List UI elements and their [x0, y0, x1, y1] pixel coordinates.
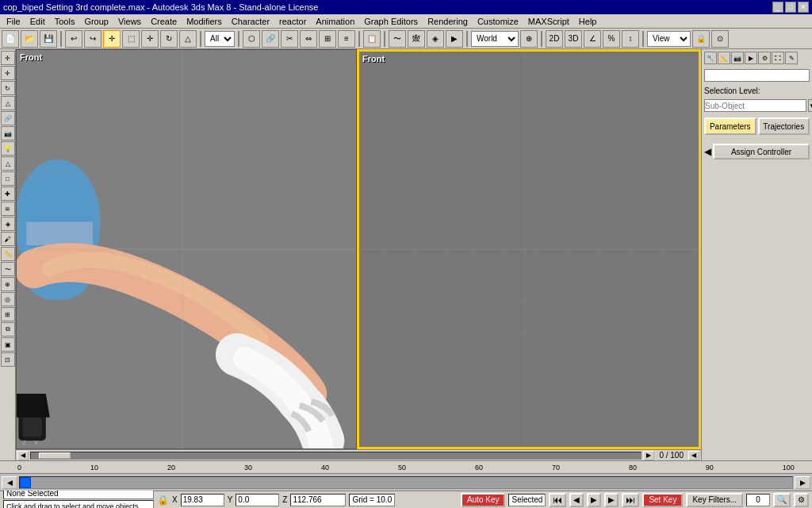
- timeline-scrubber-area[interactable]: [19, 476, 793, 489]
- scale-btn[interactable]: △: [179, 30, 197, 48]
- menu-reactor[interactable]: reactor: [274, 15, 311, 28]
- scroll-left-btn[interactable]: ◀: [17, 451, 29, 460]
- new-btn[interactable]: 📄: [2, 30, 19, 48]
- sub-object-dropdown-btn[interactable]: ▼: [808, 99, 812, 112]
- scroll-left2-btn[interactable]: ◀: [688, 451, 699, 460]
- undo-btn[interactable]: ↩: [65, 30, 82, 48]
- snap-2d-btn[interactable]: 2D: [546, 30, 563, 48]
- scroll-thumb[interactable]: [39, 452, 71, 459]
- tool-material[interactable]: ◈: [1, 217, 15, 231]
- menu-views[interactable]: Views: [113, 15, 146, 28]
- minimize-btn[interactable]: _: [772, 2, 783, 13]
- bind-btn[interactable]: 🔗: [262, 30, 279, 48]
- z-coord-field[interactable]: 112.766: [290, 494, 346, 506]
- search-anim-btn[interactable]: 🔍: [773, 493, 791, 507]
- menu-edit[interactable]: Edit: [25, 15, 50, 28]
- tool-camera[interactable]: 📷: [1, 126, 15, 140]
- tool-shape[interactable]: △: [1, 156, 15, 171]
- menu-graph-editors[interactable]: Graph Editors: [359, 15, 423, 28]
- select-obj-btn[interactable]: ⬡: [243, 30, 260, 48]
- viewport-right[interactable]: Front: [357, 49, 701, 449]
- scroll-track[interactable]: [30, 452, 642, 460]
- menu-file[interactable]: File: [2, 15, 25, 28]
- tool-space-warp[interactable]: ≋: [1, 202, 15, 216]
- assign-controller-btn[interactable]: Assign Controller: [713, 144, 810, 160]
- array-btn[interactable]: ⊞: [319, 30, 336, 48]
- menu-modifiers[interactable]: Modifiers: [182, 15, 227, 28]
- tool-extra3[interactable]: ⊡: [1, 352, 15, 367]
- y-coord-field[interactable]: 0.0: [236, 494, 279, 506]
- tool-rotate[interactable]: ↻: [1, 81, 15, 95]
- spinner-snap-btn[interactable]: ↕: [622, 30, 639, 48]
- unlink-btn[interactable]: ✂: [281, 30, 298, 48]
- tool-extra1[interactable]: ⧉: [1, 322, 15, 337]
- panel-icon-4[interactable]: ▶: [745, 52, 757, 64]
- tool-geom[interactable]: □: [1, 171, 15, 186]
- anim-options-btn[interactable]: ⚙: [794, 493, 809, 507]
- filter-dropdown[interactable]: All: [205, 31, 235, 47]
- tool-motion-path[interactable]: 〜: [1, 262, 15, 276]
- tool-extra2[interactable]: ▣: [1, 337, 15, 352]
- sub-object-input[interactable]: [704, 99, 806, 112]
- angle-snap-btn[interactable]: ∠: [584, 30, 601, 48]
- open-btn[interactable]: 📂: [21, 30, 38, 48]
- playhead[interactable]: [20, 477, 31, 488]
- select-region-btn[interactable]: ⬚: [122, 30, 140, 48]
- select-btn[interactable]: ✛: [103, 30, 121, 48]
- play-btn[interactable]: ▶: [587, 493, 601, 507]
- mirror-btn[interactable]: ⇔: [300, 30, 317, 48]
- timeline-scroll-left[interactable]: ◀: [2, 476, 17, 489]
- schematic-btn[interactable]: 🕸: [408, 30, 425, 48]
- tool-light[interactable]: 💡: [1, 141, 15, 156]
- tool-measure[interactable]: 📏: [1, 247, 15, 261]
- panel-icon-1[interactable]: 🔧: [704, 52, 717, 64]
- maximize-btn[interactable]: □: [785, 2, 796, 13]
- coord-center-btn[interactable]: ⊕: [520, 30, 538, 48]
- prev-frame-btn[interactable]: ◀: [569, 493, 584, 507]
- menu-help[interactable]: Help: [574, 15, 602, 28]
- tool-link[interactable]: 🔗: [1, 111, 15, 125]
- save-btn[interactable]: 💾: [40, 30, 57, 48]
- menu-character[interactable]: Character: [227, 15, 274, 28]
- trajectories-btn[interactable]: Trajectories: [758, 117, 810, 135]
- auto-key-btn[interactable]: Auto Key: [461, 493, 506, 507]
- tool-select[interactable]: ✛: [1, 51, 15, 65]
- redo-btn[interactable]: ↪: [84, 30, 102, 48]
- panel-icon-3[interactable]: 📷: [731, 52, 744, 64]
- layers-btn[interactable]: 📋: [363, 30, 381, 48]
- tool-wire[interactable]: ⊞: [1, 307, 15, 321]
- prev-key-btn[interactable]: ⏮: [549, 493, 566, 507]
- set-key-btn[interactable]: Set Key: [642, 493, 683, 507]
- orbit-btn[interactable]: ⊙: [711, 30, 729, 48]
- coord-dropdown[interactable]: World: [471, 31, 519, 47]
- material-btn[interactable]: ◈: [427, 30, 444, 48]
- tool-scale[interactable]: △: [1, 96, 15, 110]
- next-frame-btn[interactable]: ▶: [604, 493, 619, 507]
- panel-icon-7[interactable]: ✎: [785, 52, 798, 64]
- rotate-btn[interactable]: ↻: [160, 30, 178, 48]
- viewport-left[interactable]: Front: [16, 49, 357, 449]
- view-dropdown[interactable]: View: [647, 31, 691, 47]
- tool-paint[interactable]: 🖌: [1, 232, 15, 246]
- parameters-btn[interactable]: Parameters: [704, 117, 756, 135]
- align-btn[interactable]: ≡: [338, 30, 355, 48]
- timeline-scroll-right[interactable]: ▶: [795, 476, 810, 489]
- tool-isolate[interactable]: ◎: [1, 292, 15, 306]
- timeline-track[interactable]: ◀ ▶: [0, 473, 812, 491]
- menu-animation[interactable]: Animation: [311, 15, 359, 28]
- coord-lock-icon[interactable]: 🔒: [157, 495, 169, 506]
- percent-snap-btn[interactable]: %: [603, 30, 620, 48]
- tool-move[interactable]: ✛: [1, 66, 15, 80]
- curve-btn[interactable]: 〜: [389, 30, 406, 48]
- panel-icon-2[interactable]: 📐: [718, 52, 730, 64]
- snap-3d-btn[interactable]: 3D: [565, 30, 582, 48]
- menu-create[interactable]: Create: [146, 15, 182, 28]
- x-coord-field[interactable]: 19.83: [181, 494, 224, 506]
- view-lock-btn[interactable]: 🔒: [692, 30, 710, 48]
- menu-tools[interactable]: Tools: [50, 15, 80, 28]
- panel-search-input[interactable]: [704, 69, 810, 82]
- panel-icon-6[interactable]: ⛶: [772, 52, 784, 64]
- close-btn[interactable]: ✕: [798, 2, 809, 13]
- next-key-btn[interactable]: ⏭: [622, 493, 639, 507]
- menu-customize[interactable]: Customize: [473, 15, 523, 28]
